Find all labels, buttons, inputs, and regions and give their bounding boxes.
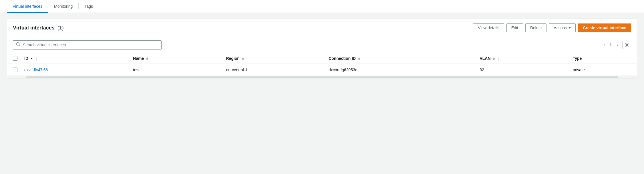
panel-title-group: Virtual interfaces (1) — [13, 25, 64, 31]
row-id-link[interactable]: dxvif-ffv47i66 — [24, 68, 48, 72]
table-header-row: ID Name R — [7, 53, 637, 64]
row-checkbox — [7, 64, 21, 76]
col-divider-connection-id — [364, 57, 364, 61]
vlan-sort-icon — [493, 57, 495, 60]
region-sort-icon — [242, 57, 244, 60]
name-sort-icon — [146, 57, 148, 60]
data-table: ID Name R — [7, 53, 637, 76]
panel-title: Virtual interfaces — [13, 25, 55, 31]
col-name[interactable]: Name — [130, 53, 222, 64]
create-virtual-interface-button[interactable]: Create virtual interface — [578, 23, 631, 32]
col-vlan[interactable]: VLAN — [476, 53, 569, 64]
col-id[interactable]: ID — [21, 53, 130, 64]
table-row: dxvif-ffv47i66 test eu-central-1 dxcon-f… — [7, 64, 637, 76]
panel-header: Virtual interfaces (1) View details Edit… — [7, 19, 637, 37]
panel-count: (1) — [57, 25, 64, 31]
actions-button[interactable]: Actions — [549, 23, 576, 32]
delete-button[interactable]: Delete — [525, 23, 546, 32]
table-settings-button[interactable] — [623, 41, 631, 49]
row-name: test — [130, 64, 222, 76]
page-container: Virtual interfaces Monitoring Tags Virtu… — [0, 0, 644, 174]
tab-tags[interactable]: Tags — [79, 0, 99, 13]
search-box[interactable] — [13, 40, 162, 50]
scrollbar-row — [7, 76, 637, 78]
prev-page-button[interactable]: ‹ — [602, 41, 607, 49]
edit-button[interactable]: Edit — [506, 23, 523, 32]
select-all-checkbox[interactable] — [13, 56, 17, 61]
tab-virtual-interfaces[interactable]: Virtual interfaces — [7, 0, 48, 13]
row-connection-id: dxcon-fg62053o — [325, 64, 476, 76]
col-checkbox — [7, 53, 21, 64]
connection-id-sort-icon — [358, 57, 360, 60]
content-panel: Virtual interfaces (1) View details Edit… — [7, 19, 637, 78]
col-divider-region — [248, 57, 248, 61]
search-icon — [16, 42, 21, 48]
col-connection-id[interactable]: Connection ID — [325, 53, 476, 64]
actions-chevron-icon — [569, 27, 571, 29]
search-row: ‹ 1 › — [7, 37, 637, 53]
col-divider-vlan — [498, 57, 499, 61]
tab-monitoring[interactable]: Monitoring — [48, 0, 78, 13]
panel-actions: View details Edit Delete Actions Create … — [473, 23, 631, 32]
row-id: dxvif-ffv47i66 — [21, 64, 130, 76]
svg-line-1 — [19, 45, 20, 46]
row-region: eu-central-1 — [222, 64, 325, 76]
id-sort-icon — [31, 58, 33, 60]
view-details-button[interactable]: View details — [473, 23, 504, 32]
search-input[interactable] — [23, 43, 158, 47]
row-vlan: 32 — [476, 64, 569, 76]
row-type: private — [569, 64, 637, 76]
page-number: 1 — [610, 43, 612, 47]
col-region[interactable]: Region — [222, 53, 325, 64]
col-type[interactable]: Type — [569, 53, 637, 64]
col-divider-name — [152, 57, 152, 61]
next-page-button[interactable]: › — [615, 41, 620, 49]
svg-point-2 — [626, 44, 628, 46]
row-select-checkbox[interactable] — [13, 68, 17, 72]
tabs-bar: Virtual interfaces Monitoring Tags — [0, 0, 644, 13]
pagination-controls: ‹ 1 › — [602, 41, 631, 49]
scrollbar-track[interactable] — [26, 76, 618, 78]
col-divider-id — [36, 57, 37, 61]
